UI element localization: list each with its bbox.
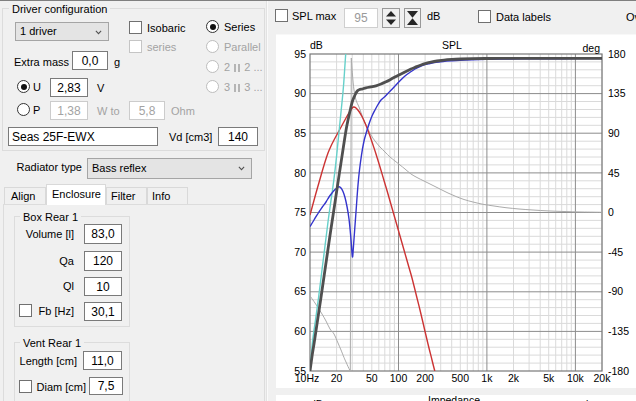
svg-text:180: 180 <box>608 48 626 60</box>
svg-text:-45: -45 <box>608 246 623 258</box>
svg-text:10k: 10k <box>567 372 585 384</box>
svg-text:90: 90 <box>294 87 306 99</box>
svg-text:20k: 20k <box>594 372 612 384</box>
svg-text:10Hz: 10Hz <box>295 372 320 384</box>
svg-text:50: 50 <box>366 372 378 384</box>
svg-text:200: 200 <box>416 372 434 384</box>
svg-text:-90: -90 <box>608 285 623 297</box>
svg-text:60: 60 <box>294 325 306 337</box>
svg-text:135: 135 <box>608 87 626 99</box>
svg-text:20: 20 <box>331 372 343 384</box>
svg-text:5k: 5k <box>543 372 555 384</box>
svg-text:75: 75 <box>294 206 306 218</box>
svg-text:-135: -135 <box>608 325 629 337</box>
svg-text:-180: -180 <box>608 365 629 377</box>
svg-text:1k: 1k <box>481 372 493 384</box>
svg-text:45: 45 <box>608 167 620 179</box>
svg-text:2k: 2k <box>508 372 520 384</box>
svg-text:85: 85 <box>294 127 306 139</box>
svg-text:dB: dB <box>310 398 323 401</box>
svg-text:deg: deg <box>582 398 600 401</box>
svg-text:500: 500 <box>452 372 470 384</box>
svg-text:deg: deg <box>582 42 600 54</box>
svg-text:Impedance: Impedance <box>428 394 480 401</box>
svg-text:90: 90 <box>608 127 620 139</box>
svg-text:95: 95 <box>294 48 306 60</box>
svg-text:80: 80 <box>294 167 306 179</box>
svg-text:100: 100 <box>390 372 408 384</box>
svg-text:65: 65 <box>294 285 306 297</box>
svg-text:SPL: SPL <box>442 39 462 51</box>
svg-text:70: 70 <box>294 246 306 258</box>
svg-text:dB: dB <box>310 39 323 51</box>
svg-text:0: 0 <box>608 206 614 218</box>
